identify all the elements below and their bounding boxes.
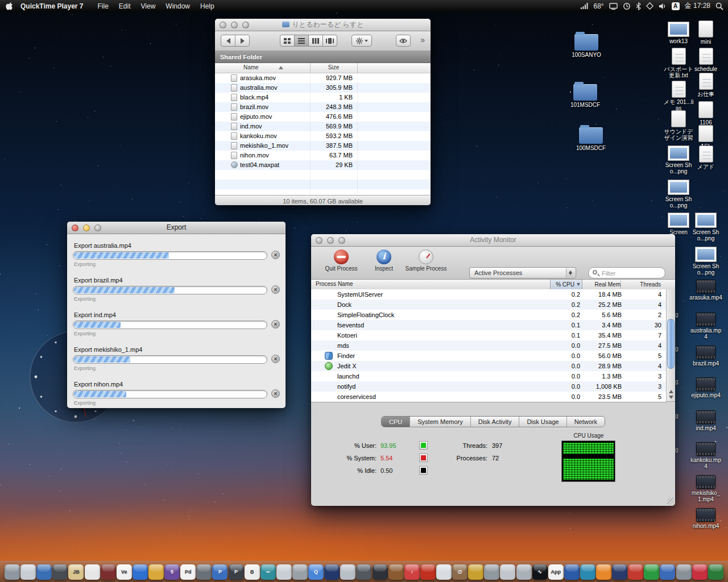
display-icon[interactable]: [609, 3, 618, 10]
dock-app-31[interactable]: [484, 564, 499, 580]
sample-process-button[interactable]: Sample Process: [401, 250, 451, 272]
filter-search-field[interactable]: [588, 267, 665, 278]
tab-disk-activity[interactable]: Disk Activity: [470, 417, 519, 427]
size-column-header[interactable]: Size: [310, 64, 357, 70]
finder-titlebar[interactable]: りとるわーるど らすと: [215, 19, 431, 31]
list-view-button[interactable]: [294, 35, 309, 47]
threads-column-header[interactable]: Threads: [624, 280, 661, 289]
dock-app-37[interactable]: [580, 564, 595, 580]
dock-app-14[interactable]: P: [212, 564, 228, 580]
zoom-button[interactable]: [94, 225, 101, 231]
tab-disk-usage[interactable]: Disk Usage: [519, 417, 566, 427]
dock-app-41[interactable]: [644, 564, 659, 580]
real-mem-column-header[interactable]: Real Mem: [584, 280, 621, 289]
file-row[interactable]: australia.mov305.9 MB: [215, 83, 431, 93]
scroll-down-arrow[interactable]: [669, 396, 673, 399]
volume-icon[interactable]: [659, 3, 667, 10]
inspect-button[interactable]: i Inspect: [368, 250, 400, 272]
dock-app-02[interactable]: [20, 564, 36, 580]
close-button[interactable]: [220, 22, 226, 28]
zoom-button[interactable]: [338, 237, 345, 244]
desktop-icon[interactable]: Screen Sho...png: [661, 180, 696, 209]
process-row[interactable]: SimpleFloatingClock0.25.6 MB2: [311, 310, 666, 320]
dock-app-13[interactable]: [196, 564, 212, 580]
icon-view-button[interactable]: [280, 35, 295, 47]
file-row[interactable]: kankoku.mov593.2 MB: [215, 131, 431, 141]
dock-app-21[interactable]: [324, 564, 340, 580]
dock-app-10[interactable]: [148, 564, 164, 580]
tab-network[interactable]: Network: [566, 417, 605, 427]
dock-app-15[interactable]: P: [229, 564, 244, 580]
dock-app-11[interactable]: 5: [164, 564, 180, 580]
input-source-icon[interactable]: A: [672, 2, 680, 10]
dock-app-29[interactable]: @: [452, 564, 468, 580]
dock-app-33[interactable]: [516, 564, 532, 580]
airport-icon[interactable]: [646, 2, 653, 10]
file-row[interactable]: brazil.mov248.3 MB: [215, 102, 431, 112]
desktop-icon[interactable]: mini: [688, 20, 723, 45]
dock-app-05[interactable]: JB: [68, 564, 84, 580]
file-row[interactable]: test04.maxpat29 KB: [215, 160, 431, 170]
desktop-icon[interactable]: kankoku.mp4: [688, 442, 723, 469]
dock-app-16[interactable]: B: [245, 564, 260, 580]
dock-app-19[interactable]: [292, 564, 308, 580]
desktop-icon[interactable]: mekishiko_1.mp4: [688, 475, 723, 502]
desktop-icon[interactable]: メアド: [688, 146, 723, 170]
file-row[interactable]: ejiputo.mov476.6 MB: [215, 112, 431, 122]
process-row[interactable]: SystemUIServer0.218.4 MB4: [311, 289, 666, 300]
column-view-button[interactable]: [308, 35, 323, 47]
tab-system-memory[interactable]: System Memory: [410, 417, 470, 427]
desktop-icon[interactable]: 100SANYO: [569, 34, 604, 58]
desktop-icon[interactable]: ejiputo.mp4: [688, 377, 723, 398]
close-button[interactable]: [72, 225, 78, 231]
process-row[interactable]: mds0.027.5 MB4: [311, 340, 666, 351]
process-row[interactable]: launchd0.01.3 MB3: [311, 371, 666, 381]
file-row[interactable]: arasuka.mov929.7 MB: [215, 73, 431, 83]
dock-app-34[interactable]: ∿: [532, 564, 548, 580]
file-row[interactable]: ind.mov569.9 MB: [215, 122, 431, 131]
minimize-button[interactable]: [83, 225, 90, 231]
dock-app-04[interactable]: [52, 564, 68, 580]
spotlight-icon[interactable]: [715, 2, 723, 10]
desktop-icon[interactable]: 1106: [688, 101, 723, 126]
cancel-export-button[interactable]: ×: [271, 389, 280, 398]
export-titlebar[interactable]: Export: [67, 222, 286, 234]
process-row[interactable]: fseventsd0.13.4 MB30: [311, 320, 666, 330]
cancel-export-button[interactable]: ×: [271, 285, 280, 294]
dock-app-32[interactable]: [500, 564, 515, 580]
scroll-up-arrow[interactable]: [669, 390, 673, 393]
dock-app-38[interactable]: [596, 564, 611, 580]
quit-process-button[interactable]: Quit Process: [318, 250, 365, 272]
dock-app-27[interactable]: [420, 564, 436, 580]
dock-app-43[interactable]: [676, 564, 692, 580]
system-color-well[interactable]: [419, 454, 428, 462]
menu-file[interactable]: File: [98, 2, 109, 10]
scrollbar[interactable]: [666, 289, 675, 402]
menu-view[interactable]: View: [141, 2, 156, 10]
desktop-icon[interactable]: arasuka.mp4: [688, 280, 723, 301]
cancel-export-button[interactable]: ×: [271, 251, 280, 259]
process-name-column-header[interactable]: Process Name: [316, 281, 353, 287]
process-row[interactable]: Jedit X0.028.9 MB4: [311, 361, 666, 371]
dock-app-40[interactable]: [628, 564, 643, 580]
process-row[interactable]: Finder0.056.0 MB5: [311, 351, 666, 361]
menu-window[interactable]: Window: [166, 2, 190, 10]
zoom-button[interactable]: [242, 22, 249, 28]
user-color-well[interactable]: [419, 441, 428, 450]
dock-app-25[interactable]: [388, 564, 404, 580]
resize-grip[interactable]: [667, 498, 674, 505]
app-menu-title[interactable]: QuickTime Player 7: [20, 2, 84, 10]
dock-app-22[interactable]: [340, 564, 355, 580]
minimize-button[interactable]: [327, 237, 334, 244]
dock-app-44[interactable]: [692, 564, 708, 580]
close-button[interactable]: [316, 237, 322, 244]
desktop-icon[interactable]: Screen Sho...png: [688, 213, 723, 242]
menu-bar-clock[interactable]: 金 17:28: [685, 1, 710, 11]
signal-icon[interactable]: [581, 3, 588, 9]
dock-app-07[interactable]: [101, 564, 116, 580]
process-row[interactable]: coreservicesd0.023.5 MB5: [311, 392, 666, 402]
coverflow-view-button[interactable]: [322, 35, 337, 47]
dock-app-23[interactable]: [356, 564, 371, 580]
file-row[interactable]: mekishiko_1.mov387.5 MB: [215, 141, 431, 151]
file-row[interactable]: nihon.mov63.7 MB: [215, 151, 431, 160]
